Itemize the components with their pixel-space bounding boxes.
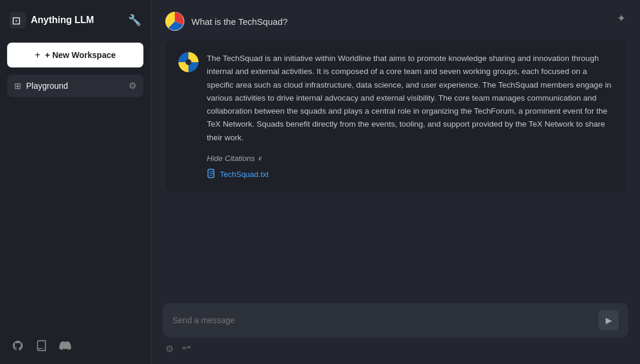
input-toolbar: ⚙ ❝❞ xyxy=(163,343,628,355)
workspace-item-left: ⊞ Playground xyxy=(14,81,68,91)
message-input[interactable] xyxy=(172,315,591,325)
response-text-block: The TechSquad is an initiative within Wo… xyxy=(207,52,613,180)
new-workspace-label: + New Workspace xyxy=(45,50,116,60)
plus-icon: + xyxy=(35,50,40,60)
response-block: The TechSquad is an initiative within Wo… xyxy=(165,40,626,192)
new-workspace-button[interactable]: + + New Workspace xyxy=(7,43,143,67)
file-icon xyxy=(207,169,216,180)
response-inner: The TechSquad is an initiative within Wo… xyxy=(178,52,613,180)
citation-filename: TechSquad.txt xyxy=(220,170,268,179)
main-content: What is the TechSquad? ✦ The TechSquad i… xyxy=(151,0,640,364)
citation-file-link[interactable]: TechSquad.txt xyxy=(207,169,613,180)
response-text: The TechSquad is an initiative within Wo… xyxy=(207,52,613,144)
global-settings-button[interactable]: 🔧 xyxy=(128,14,141,27)
toolbar-quote-icon[interactable]: ❝❞ xyxy=(182,344,191,354)
sidebar-footer xyxy=(7,335,143,355)
github-icon[interactable] xyxy=(12,340,24,355)
hide-citations-button[interactable]: Hide Citations ∨ xyxy=(207,154,262,163)
svg-point-4 xyxy=(185,59,191,65)
workspace-item-playground[interactable]: ⊞ Playground ⚙ xyxy=(7,75,143,97)
chat-header: What is the TechSquad? ✦ xyxy=(151,0,640,40)
sidebar: ⊡ Anything LLM 🔧 + + New Workspace ⊞ Pla… xyxy=(0,0,151,364)
svg-text:⊡: ⊡ xyxy=(12,15,21,27)
anything-llm-logo-icon: ⊡ xyxy=(9,12,26,28)
ai-avatar xyxy=(178,52,199,72)
sparkle-icon[interactable]: ✦ xyxy=(617,12,626,25)
input-area: ▶ ⚙ ❝❞ xyxy=(151,296,640,364)
message-input-wrapper: ▶ xyxy=(163,303,628,337)
toolbar-settings-icon[interactable]: ⚙ xyxy=(165,343,174,355)
question-text: What is the TechSquad? xyxy=(191,17,287,27)
docs-icon[interactable] xyxy=(36,340,47,355)
citations-section: Hide Citations ∨ TechSquad.txt xyxy=(207,154,613,180)
workspace-settings-icon[interactable]: ⚙ xyxy=(129,80,136,91)
workspace-item-label: Playground xyxy=(26,81,68,91)
wrench-icon: 🔧 xyxy=(128,14,141,27)
send-icon: ▶ xyxy=(606,315,612,325)
chat-question: What is the TechSquad? xyxy=(165,12,287,31)
chat-body: The TechSquad is an initiative within Wo… xyxy=(151,40,640,296)
chevron-down-icon: ∨ xyxy=(257,154,262,162)
brand-logo: ⊡ Anything LLM xyxy=(9,12,94,28)
discord-icon[interactable] xyxy=(59,340,71,355)
brand-name: Anything LLM xyxy=(31,15,94,25)
send-button[interactable]: ▶ xyxy=(599,310,619,330)
grid-icon: ⊞ xyxy=(14,81,21,91)
hide-citations-label: Hide Citations xyxy=(207,154,255,163)
sidebar-header: ⊡ Anything LLM 🔧 xyxy=(7,9,143,31)
user-avatar xyxy=(165,12,184,31)
